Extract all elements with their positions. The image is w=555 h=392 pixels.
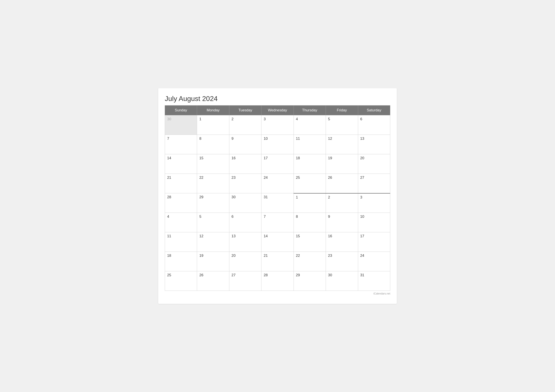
calendar-day-cell[interactable]: 5	[326, 115, 358, 135]
header-cell: Tuesday	[229, 106, 261, 115]
calendar-day-cell[interactable]: 13	[358, 135, 390, 154]
calendar-day-cell[interactable]: 11	[293, 135, 326, 154]
calendar-day-cell[interactable]: 14	[262, 232, 293, 252]
calendar-day-cell[interactable]: 7	[165, 135, 197, 154]
calendar-week-row: 11121314151617	[165, 232, 390, 252]
calendar-day-cell[interactable]: 28	[262, 271, 293, 291]
calendar-day-cell[interactable]: 6	[358, 115, 390, 135]
calendar-day-cell[interactable]: 25	[165, 271, 197, 291]
calendar-day-cell[interactable]: 16	[229, 154, 261, 174]
calendar-day-cell[interactable]: 21	[165, 174, 197, 193]
calendar-day-cell[interactable]: 23	[229, 174, 261, 193]
calendar-day-cell[interactable]: 20	[358, 154, 390, 174]
calendar-week-row: 30123456	[165, 115, 390, 135]
calendar-container: July August 2024 SundayMondayTuesdayWedn…	[158, 88, 397, 304]
calendar-day-cell[interactable]: 27	[229, 271, 261, 291]
calendar-day-cell[interactable]: 3	[358, 193, 390, 213]
calendar-week-row: 45678910	[165, 213, 390, 232]
watermark: iCalendars.net	[165, 292, 390, 295]
header-cell: Saturday	[358, 106, 390, 115]
calendar-day-cell[interactable]: 18	[165, 252, 197, 271]
calendar-day-cell[interactable]: 18	[293, 154, 326, 174]
calendar-week-row: 78910111213	[165, 135, 390, 154]
calendar-day-cell[interactable]: 15	[197, 154, 229, 174]
calendar-header: SundayMondayTuesdayWednesdayThursdayFrid…	[165, 106, 390, 115]
calendar-day-cell[interactable]: 24	[358, 252, 390, 271]
calendar-day-cell[interactable]: 15	[293, 232, 326, 252]
calendar-day-cell[interactable]: 16	[326, 232, 358, 252]
calendar-day-cell[interactable]: 6	[229, 213, 261, 232]
calendar-day-cell[interactable]: 2	[326, 193, 358, 213]
calendar-day-cell[interactable]: 23	[326, 252, 358, 271]
calendar-day-cell[interactable]: 31	[262, 193, 293, 213]
calendar-day-cell[interactable]: 9	[326, 213, 358, 232]
header-cell: Friday	[326, 106, 358, 115]
calendar-day-cell[interactable]: 4	[293, 115, 326, 135]
calendar-day-cell[interactable]: 10	[358, 213, 390, 232]
calendar-day-cell[interactable]: 13	[229, 232, 261, 252]
calendar-day-cell[interactable]: 3	[262, 115, 293, 135]
calendar-day-cell[interactable]: 12	[326, 135, 358, 154]
calendar-week-row: 25262728293031	[165, 271, 390, 291]
calendar-day-cell[interactable]: 5	[197, 213, 229, 232]
calendar-day-cell[interactable]: 2	[229, 115, 261, 135]
calendar-day-cell[interactable]: 19	[326, 154, 358, 174]
calendar-day-cell[interactable]: 29	[197, 193, 229, 213]
calendar-day-cell[interactable]: 21	[262, 252, 293, 271]
calendar-day-cell[interactable]: 22	[293, 252, 326, 271]
calendar-week-row: 28293031123	[165, 193, 390, 213]
calendar-week-row: 21222324252627	[165, 174, 390, 193]
calendar-title: July August 2024	[165, 95, 390, 103]
calendar-day-cell[interactable]: 31	[358, 271, 390, 291]
calendar-day-cell[interactable]: 30	[229, 193, 261, 213]
calendar-day-cell[interactable]: 1	[293, 193, 326, 213]
calendar-week-row: 14151617181920	[165, 154, 390, 174]
calendar-day-cell[interactable]: 28	[165, 193, 197, 213]
calendar-day-cell[interactable]: 17	[358, 232, 390, 252]
calendar-day-cell[interactable]: 26	[326, 174, 358, 193]
calendar-day-cell[interactable]: 30	[165, 115, 197, 135]
header-row: SundayMondayTuesdayWednesdayThursdayFrid…	[165, 106, 390, 115]
calendar-day-cell[interactable]: 20	[229, 252, 261, 271]
calendar-day-cell[interactable]: 22	[197, 174, 229, 193]
calendar-day-cell[interactable]: 8	[197, 135, 229, 154]
calendar-day-cell[interactable]: 12	[197, 232, 229, 252]
calendar-day-cell[interactable]: 29	[293, 271, 326, 291]
calendar-day-cell[interactable]: 19	[197, 252, 229, 271]
calendar-body: 3012345678910111213141516171819202122232…	[165, 115, 390, 291]
calendar-day-cell[interactable]: 30	[326, 271, 358, 291]
calendar-day-cell[interactable]: 7	[262, 213, 293, 232]
calendar-day-cell[interactable]: 10	[262, 135, 293, 154]
calendar-day-cell[interactable]: 24	[262, 174, 293, 193]
calendar-day-cell[interactable]: 11	[165, 232, 197, 252]
calendar-day-cell[interactable]: 4	[165, 213, 197, 232]
calendar-day-cell[interactable]: 26	[197, 271, 229, 291]
calendar-day-cell[interactable]: 25	[293, 174, 326, 193]
calendar-week-row: 18192021222324	[165, 252, 390, 271]
calendar-day-cell[interactable]: 17	[262, 154, 293, 174]
calendar-day-cell[interactable]: 1	[197, 115, 229, 135]
calendar-day-cell[interactable]: 9	[229, 135, 261, 154]
header-cell: Thursday	[293, 106, 326, 115]
header-cell: Sunday	[165, 106, 197, 115]
calendar-day-cell[interactable]: 14	[165, 154, 197, 174]
header-cell: Monday	[197, 106, 229, 115]
calendar-day-cell[interactable]: 27	[358, 174, 390, 193]
header-cell: Wednesday	[262, 106, 293, 115]
calendar-day-cell[interactable]: 8	[293, 213, 326, 232]
calendar-table: SundayMondayTuesdayWednesdayThursdayFrid…	[165, 105, 390, 291]
